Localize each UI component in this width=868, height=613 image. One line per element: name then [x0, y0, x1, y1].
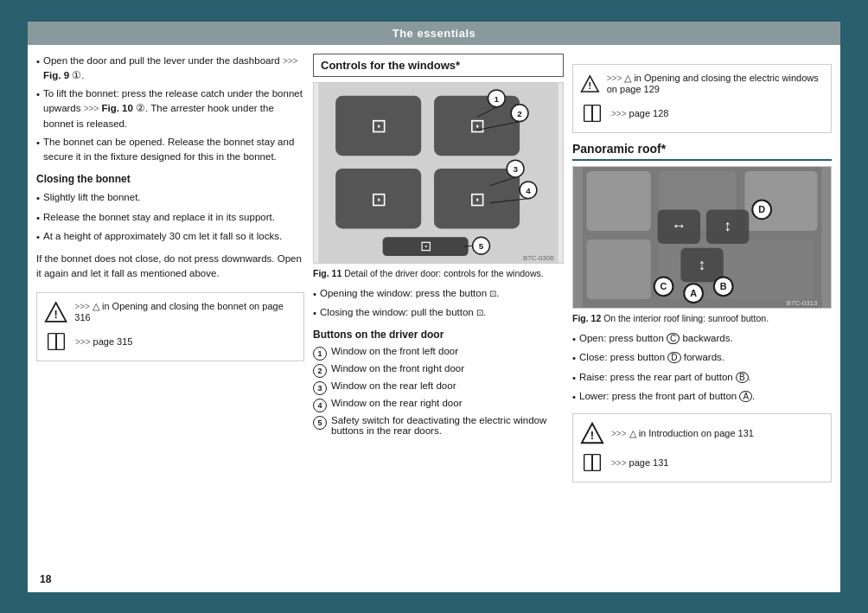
svg-text:1: 1 [495, 93, 500, 103]
left-bullet-2: To lift the bonnet: press the release ca… [43, 86, 304, 131]
svg-rect-41 [587, 239, 651, 298]
right-ref-text-2: >>> page 128 [611, 108, 668, 118]
roof-diagram-container: ↔ ↕ ↕ A B C D B7C-0313 [572, 166, 832, 309]
svg-text:↕: ↕ [699, 255, 706, 272]
svg-text:⊡: ⊡ [469, 115, 485, 137]
book-icon-1 [44, 329, 68, 354]
window-buttons-list: 1 Window on the front left door 2 Window… [313, 346, 564, 436]
right-ref-box-2: ! >>> △ in Introduction on page 131 >>> … [572, 413, 832, 482]
svg-text:4: 4 [526, 185, 531, 195]
win-text-5: Safety switch for deactivating the elect… [331, 415, 564, 436]
svg-rect-35 [592, 105, 600, 121]
right-ref-text-1: >>> △ in Opening and closing the electri… [607, 73, 824, 94]
roof-bullet-3: Raise: press the rear part of button B. [579, 370, 751, 386]
svg-text:↕: ↕ [724, 217, 731, 234]
bullet-dot-2: • [36, 87, 40, 131]
svg-text:↔: ↔ [671, 217, 686, 234]
svg-text:B: B [720, 281, 727, 291]
roof-diagram-svg: ↔ ↕ ↕ A B C D B7C-0313 [573, 167, 831, 308]
svg-text:2: 2 [517, 108, 522, 118]
left-ref-text-1: >>> △ in Opening and closing the bonnet … [74, 301, 297, 322]
right-ref-row-2: >>> page 128 [580, 101, 824, 125]
win-num-4: 4 [313, 399, 327, 412]
right-ref-row-3: ! >>> △ in Introduction on page 131 [580, 421, 824, 445]
fig12-caption: Fig. 12 On the interior roof lining: sun… [572, 312, 832, 325]
right-ref-row-4: >>> page 131 [580, 450, 824, 475]
win-num-1: 1 [313, 347, 327, 361]
win-item-5: 5 Safety switch for deactivating the ele… [313, 415, 564, 436]
left-ref-box: ! >>> △ in Opening and closing the bonne… [36, 292, 304, 361]
left-ref-text-2: >>> page 315 [75, 336, 132, 347]
svg-rect-38 [587, 170, 651, 230]
left-bullet-3: The bonnet can be opened. Release the bo… [43, 135, 304, 165]
window-diagram-svg: ⊡ ⊡ 1 2 ⊡ ⊡ [314, 83, 563, 263]
bullet-dot-3: • [36, 136, 40, 165]
window-diagram-container: ⊡ ⊡ 1 2 ⊡ ⊡ [313, 82, 564, 264]
right-ref-row-1: ! >>> △ in Opening and closing the elect… [580, 72, 824, 96]
svg-rect-61 [592, 455, 600, 471]
controls-windows-title: Controls for the windows* [313, 54, 564, 77]
win-text-2: Window on the front right door [331, 363, 464, 374]
win-text-1: Window on the front left door [331, 346, 458, 356]
svg-text:!: ! [590, 430, 594, 443]
roof-bullets: • Open: press button C backwards. • Clos… [572, 331, 832, 405]
win-num-2: 2 [313, 364, 327, 378]
svg-rect-60 [584, 455, 592, 471]
roof-bullet-4: Lower: press the front part of button A. [579, 389, 755, 405]
svg-text:⊡: ⊡ [469, 188, 485, 209]
left-bullet-1: Open the door and pull the lever under t… [43, 54, 304, 84]
svg-text:C: C [661, 281, 667, 291]
svg-rect-34 [584, 105, 592, 121]
svg-text:D: D [758, 204, 765, 214]
svg-text:!: ! [589, 80, 592, 91]
window-open-text: • Opening the window: press the button ⊡… [313, 286, 564, 322]
win-num-5: 5 [313, 416, 327, 430]
page: The essentials • Open the door and pull … [28, 22, 840, 592]
win-item-4: 4 Window on the rear right door [313, 398, 564, 412]
right-ref-text-4: >>> page 131 [611, 457, 668, 468]
svg-text:⊡: ⊡ [371, 188, 386, 209]
svg-text:!: ! [54, 308, 58, 321]
bullet-dot-4: • [36, 191, 40, 206]
win-item-2: 2 Window on the front right door [313, 363, 564, 378]
left-ref-row-1: ! >>> △ in Opening and closing the bonne… [44, 300, 297, 324]
roof-bullet-1: Open: press button C backwards. [579, 331, 733, 347]
svg-text:5: 5 [479, 241, 484, 251]
bullet-dot-6: • [36, 230, 40, 245]
warning-icon-1: ! [44, 300, 67, 324]
page-title: The essentials [393, 27, 476, 40]
svg-text:⊡: ⊡ [420, 239, 431, 253]
win-item-1: 1 Window on the front left door [313, 346, 564, 361]
fig11-caption: Fig. 11 Detail of the driver door: contr… [313, 267, 564, 280]
book-icon-2 [580, 101, 604, 125]
bullet-dot-5: • [36, 211, 40, 226]
svg-text:B7C-0306: B7C-0306 [523, 254, 554, 262]
warning-icon-2: ! [580, 72, 600, 96]
win-text-4: Window on the rear right door [331, 398, 463, 408]
warning-icon-3: ! [580, 421, 604, 445]
svg-text:A: A [690, 288, 697, 298]
left-ref-row-2: >>> page 315 [44, 329, 297, 354]
closing-bullet-2: Release the bonnet stay and replace it i… [43, 210, 275, 226]
roof-bullet-2: Close: press button D forwards. [579, 350, 724, 366]
win-text-3: Window on the rear left door [331, 380, 456, 391]
win-num-3: 3 [313, 381, 327, 395]
win-item-3: 3 Window on the rear left door [313, 380, 564, 395]
left-body-text: • Open the door and pull the lever under… [36, 54, 304, 282]
buttons-driver-door-heading: Buttons on the driver door [313, 329, 564, 341]
closing-bullet-3: At a height of approximately 30 cm let i… [43, 229, 282, 245]
panoramic-roof-title: Panoramic roof* [572, 142, 832, 161]
bullet-dot: • [36, 54, 40, 84]
closing-bonnet-heading: Closing the bonnet [36, 171, 304, 187]
svg-rect-3 [56, 333, 64, 349]
book-icon-3 [580, 450, 604, 475]
left-column: • Open the door and pull the lever under… [36, 54, 304, 483]
svg-rect-40 [744, 170, 817, 230]
svg-rect-2 [48, 333, 56, 349]
closing-note: If the bonnet does not close, do not pre… [36, 252, 304, 282]
right-ref-box-1: ! >>> △ in Opening and closing the elect… [572, 64, 832, 133]
middle-column: Controls for the windows* ⊡ ⊡ 1 2 [313, 54, 564, 483]
right-column: ! >>> △ in Opening and closing the elect… [572, 54, 832, 483]
closing-bullet-1: Slightly lift the bonnet. [43, 190, 141, 206]
page-number: 18 [40, 573, 51, 585]
